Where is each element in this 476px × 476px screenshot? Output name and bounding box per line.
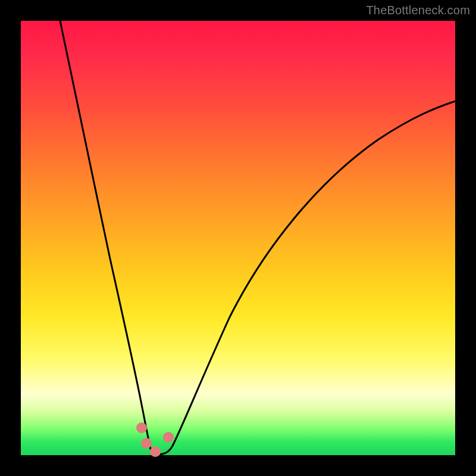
plot-area [21, 21, 455, 455]
chart-frame: TheBottleneck.com [0, 0, 476, 476]
marker-floor-mid [150, 446, 161, 457]
marker-left-knee-upper [136, 422, 147, 433]
watermark-text: TheBottleneck.com [366, 4, 470, 17]
marker-left-knee-lower [141, 438, 152, 449]
curve-left-path [60, 21, 151, 449]
curve-right-path [172, 101, 455, 447]
marker-right-knee [163, 432, 174, 443]
bottleneck-curve [21, 21, 455, 455]
